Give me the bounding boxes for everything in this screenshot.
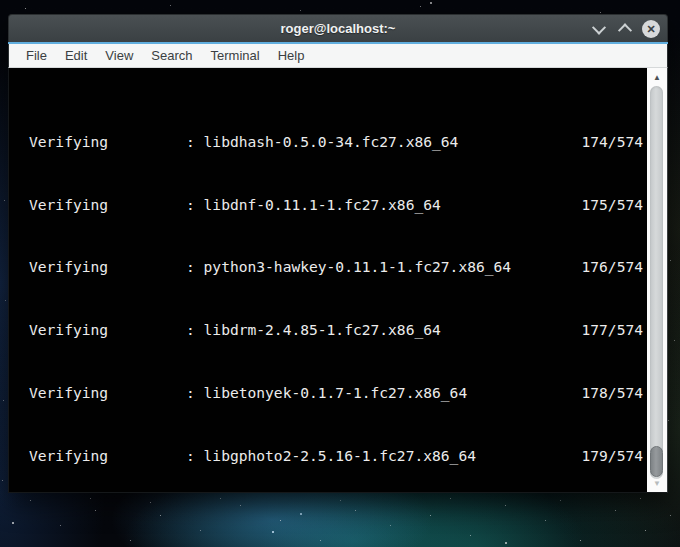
package-name: python3-hawkey-0.11.1-1.fc27.x86_64 — [204, 259, 512, 275]
verify-action-label: Verifying — [29, 259, 186, 275]
package-name: libgphoto2-2.5.16-1.fc27.x86_64 — [204, 448, 476, 464]
scrollbar[interactable]: ▲ ▼ — [647, 68, 667, 492]
verify-action-label: Verifying — [29, 134, 186, 150]
separator: : — [186, 322, 204, 338]
menu-item[interactable]: Help — [269, 44, 314, 67]
terminal-line: Verifying : libetonyek-0.1.7-1.fc27.x86_… — [29, 385, 643, 401]
terminal-line: Verifying : libdrm-2.4.85-1.fc27.x86_64 … — [29, 322, 643, 338]
titlebar[interactable]: roger@localhost:~ ✕ — [8, 14, 668, 42]
verify-action-label: Verifying — [29, 448, 186, 464]
separator: : — [186, 385, 204, 401]
separator: : — [186, 448, 204, 464]
terminal-line: Verifying : libdnf-0.11.1-1.fc27.x86_64 … — [29, 197, 643, 213]
close-button[interactable]: ✕ — [642, 20, 660, 38]
progress-counter: 176/574 — [581, 259, 643, 275]
menu-item[interactable]: View — [96, 44, 142, 67]
window-title: roger@localhost:~ — [9, 21, 667, 36]
terminal-line: Verifying : python3-hawkey-0.11.1-1.fc27… — [29, 259, 643, 275]
package-name: libdnf-0.11.1-1.fc27.x86_64 — [204, 197, 441, 213]
close-icon: ✕ — [642, 20, 660, 38]
package-name: libdhash-0.5.0-34.fc27.x86_64 — [204, 134, 459, 150]
menu-item[interactable]: Search — [142, 44, 201, 67]
maximize-button[interactable] — [616, 20, 634, 38]
chevron-up-icon — [618, 23, 632, 37]
separator: : — [186, 134, 204, 150]
chevron-down-icon — [592, 20, 606, 34]
menu-item[interactable]: Terminal — [202, 44, 269, 67]
verify-action-label: Verifying — [29, 197, 186, 213]
progress-counter: 179/574 — [581, 448, 643, 464]
menu-item[interactable]: Edit — [56, 44, 96, 67]
minimize-button[interactable] — [590, 20, 608, 38]
progress-counter: 178/574 — [581, 385, 643, 401]
scroll-up-icon[interactable]: ▲ — [647, 71, 667, 85]
scroll-down-icon[interactable]: ▼ — [647, 477, 667, 491]
window-controls: ✕ — [590, 15, 660, 42]
terminal-line: Verifying : libgphoto2-2.5.16-1.fc27.x86… — [29, 448, 643, 464]
verify-action-label: Verifying — [29, 322, 186, 338]
terminal-output[interactable]: Verifying : libdhash-0.5.0-34.fc27.x86_6… — [9, 68, 647, 492]
scrollbar-thumb[interactable] — [650, 446, 663, 477]
separator: : — [186, 197, 204, 213]
package-name: libetonyek-0.1.7-1.fc27.x86_64 — [204, 385, 468, 401]
package-name: libdrm-2.4.85-1.fc27.x86_64 — [204, 322, 441, 338]
menubar: File Edit View Search Terminal Help — [8, 44, 668, 68]
progress-counter: 175/574 — [581, 197, 643, 213]
terminal-window: roger@localhost:~ ✕ File Edit Vie — [8, 14, 668, 493]
menu-item[interactable]: File — [17, 44, 56, 67]
separator: : — [186, 259, 204, 275]
progress-counter: 174/574 — [581, 134, 643, 150]
starfield-bright — [0, 0, 2, 2]
progress-counter: 177/574 — [581, 322, 643, 338]
desktop-wallpaper: roger@localhost:~ ✕ File Edit Vie — [0, 0, 680, 547]
window-content: Verifying : libdhash-0.5.0-34.fc27.x86_6… — [8, 68, 668, 493]
scrollbar-trough[interactable] — [650, 86, 663, 479]
verify-action-label: Verifying — [29, 385, 186, 401]
terminal-line: Verifying : libdhash-0.5.0-34.fc27.x86_6… — [29, 134, 643, 150]
